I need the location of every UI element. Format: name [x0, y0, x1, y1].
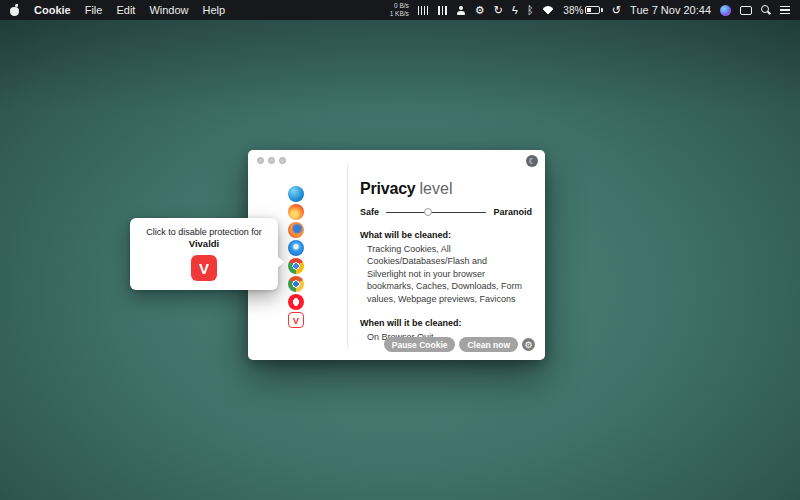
sidebar-browser-firefox-dev[interactable] — [288, 204, 304, 220]
vivaldi-icon: V — [191, 255, 217, 281]
battery-percent: 38% — [563, 5, 583, 16]
sidebar-browser-firefox[interactable] — [288, 222, 304, 238]
time-machine-icon[interactable]: ↺ — [612, 5, 621, 16]
sidebar-browser-edge[interactable] — [288, 186, 304, 202]
footer-buttons: Pause Cookie Clean now ⚙ — [384, 337, 535, 352]
moon-toggle-button[interactable]: ☾ — [526, 155, 538, 167]
sidebar-browser-chromium[interactable] — [288, 276, 304, 292]
browser-sidebar: V — [288, 186, 304, 328]
cpu-graph-icon[interactable] — [418, 6, 428, 15]
sync-icon[interactable]: ↻ — [494, 5, 503, 16]
cleaned-heading: What will be cleaned: — [360, 230, 535, 240]
apple-menu-icon[interactable] — [10, 5, 20, 16]
zoom-button[interactable] — [279, 157, 286, 164]
protection-popover: Click to disable protection for Vivaldi … — [130, 218, 278, 290]
when-heading: When will it be cleaned: — [360, 318, 535, 328]
sidebar-divider — [347, 164, 348, 348]
memory-graph-icon[interactable] — [437, 6, 448, 15]
cookie-window: ☾ V Privacylevel Safe Paranoid What will… — [248, 150, 545, 360]
slider-thumb[interactable] — [424, 208, 432, 216]
menu-bar-clock[interactable]: Tue 7 Nov 20:44 — [630, 4, 711, 16]
page-title-bold: Privacy — [360, 180, 416, 197]
minimize-button[interactable] — [268, 157, 275, 164]
sidebar-browser-opera[interactable] — [288, 294, 304, 310]
battery-indicator[interactable]: 38% — [563, 5, 603, 16]
desktop-background: Cookie File Edit Window Help 0 B/s 1 KB/… — [0, 0, 800, 500]
app-menu-title[interactable]: Cookie — [34, 4, 71, 16]
popover-browser-name: Vivaldi — [138, 238, 270, 249]
network-speed-indicator[interactable]: 0 B/s 1 KB/s — [390, 2, 409, 18]
pause-cookie-button[interactable]: Pause Cookie — [384, 337, 456, 352]
battery-fill — [587, 8, 592, 12]
settings-gear-button[interactable]: ⚙ — [522, 338, 535, 351]
bluetooth-icon[interactable]: ᛒ — [527, 5, 534, 16]
page-title: Privacylevel — [360, 180, 535, 198]
gear-menu-icon[interactable]: ⚙ — [475, 5, 485, 16]
menu-edit[interactable]: Edit — [116, 4, 135, 16]
sidebar-browser-safari[interactable] — [288, 240, 304, 256]
slider-label-safe: Safe — [360, 207, 379, 217]
network-download: 1 KB/s — [390, 10, 409, 18]
siri-icon[interactable] — [720, 5, 731, 16]
power-lightning-icon[interactable]: ϟ — [512, 5, 518, 16]
battery-nub — [601, 8, 603, 12]
traffic-lights — [257, 157, 286, 164]
menu-file[interactable]: File — [85, 4, 103, 16]
sidebar-browser-vivaldi-selected[interactable]: V — [288, 312, 304, 328]
network-upload: 0 B/s — [390, 2, 409, 10]
notification-center-icon[interactable] — [780, 6, 790, 15]
menu-bar: Cookie File Edit Window Help 0 B/s 1 KB/… — [0, 0, 800, 20]
privacy-panel: Privacylevel Safe Paranoid What will be … — [360, 180, 535, 352]
cleaned-body: Tracking Cookies, All Cookies/Databases/… — [360, 243, 524, 305]
battery-icon — [585, 6, 600, 14]
menu-bar-status: 0 B/s 1 KB/s ⚙ ↻ ϟ ᛒ 38% ↺ Tue 7 Nov 20:… — [390, 2, 790, 18]
sidebar-browser-chrome[interactable] — [288, 258, 304, 274]
menu-window[interactable]: Window — [149, 4, 188, 16]
slider-track[interactable] — [386, 212, 486, 213]
spotlight-search-icon[interactable] — [761, 5, 771, 15]
slider-label-paranoid: Paranoid — [493, 207, 532, 217]
menu-help[interactable]: Help — [203, 4, 226, 16]
wifi-icon[interactable] — [542, 6, 554, 15]
display-icon[interactable] — [740, 6, 752, 15]
close-button[interactable] — [257, 157, 264, 164]
clean-now-button[interactable]: Clean now — [459, 337, 518, 352]
menu-bar-left: Cookie File Edit Window Help — [10, 4, 225, 16]
page-title-light: level — [420, 180, 453, 197]
privacy-level-slider: Safe Paranoid — [360, 207, 532, 217]
user-account-icon[interactable] — [457, 6, 466, 15]
popover-text: Click to disable protection for — [138, 227, 270, 237]
